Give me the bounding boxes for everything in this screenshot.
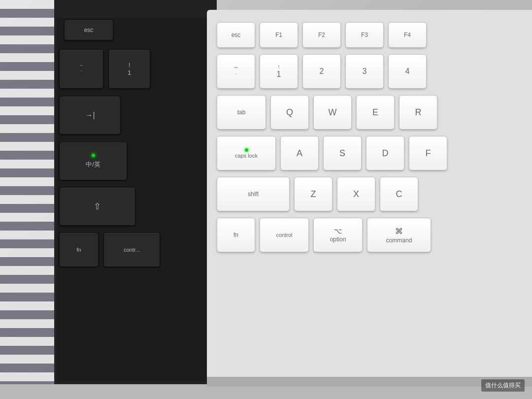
magic-f3-key[interactable]: F3 [345,22,384,48]
macbook-shift-key[interactable]: ⇧ [59,187,135,226]
magic-a-key[interactable]: A [280,136,319,170]
magic-s-key[interactable]: S [323,136,362,170]
magic-q-key[interactable]: Q [270,95,309,130]
magic-f-key[interactable]: F [409,136,447,170]
magic-option-key[interactable]: ⌥ option [313,218,363,252]
magic-shift-key[interactable]: shift [217,177,290,211]
magic-command-key[interactable]: ⌘ command [367,218,431,252]
macbook-1-key[interactable]: ! 1 [108,49,150,89]
magic-e-key[interactable]: E [356,95,395,130]
magic-x-key[interactable]: X [337,177,375,211]
magic-caps-key[interactable]: caps lock [217,136,276,170]
macbook-tab-key[interactable]: →| [59,96,121,134]
magic-2-key[interactable]: 2 [302,54,341,89]
magic-f1-key[interactable]: F1 [260,22,298,48]
magic-z-key[interactable]: Z [294,177,332,211]
magic-f2-key[interactable]: F2 [302,22,341,48]
magic-d-key[interactable]: D [366,136,404,170]
macbook-esc-key[interactable]: esc [64,20,113,40]
watermark: 值什么值得买 [481,379,525,392]
macbook-control-key[interactable]: contr... [103,233,160,267]
magic-3-key[interactable]: 3 [345,54,384,89]
macbook-caps-key[interactable]: 中/英 [59,142,127,180]
macbook-caps-led [92,154,95,157]
magic-fn-key[interactable]: fn [217,218,255,252]
magic-c-key[interactable]: C [380,177,418,211]
macbook-fn-key[interactable]: fn [59,233,99,267]
macbook-tilde-key[interactable]: ~ ` [59,49,103,89]
magic-1-key[interactable]: ! 1 [260,54,298,89]
scene: esc ~ ` ! 1 →| 中/英 ⇧ fn contr... esc F1 [0,0,532,399]
magic-esc-key[interactable]: esc [217,22,255,48]
magic-r-key[interactable]: R [399,95,437,130]
magic-f4-key[interactable]: F4 [388,22,427,48]
magic-tilde-key[interactable]: ~ ` [217,54,255,89]
magic-caps-led [245,148,248,152]
magic-control-key[interactable]: control [260,218,309,252]
magic-4-key[interactable]: 4 [388,54,427,89]
magic-tab-key[interactable]: tab [217,95,266,130]
magic-w-key[interactable]: W [313,95,352,130]
